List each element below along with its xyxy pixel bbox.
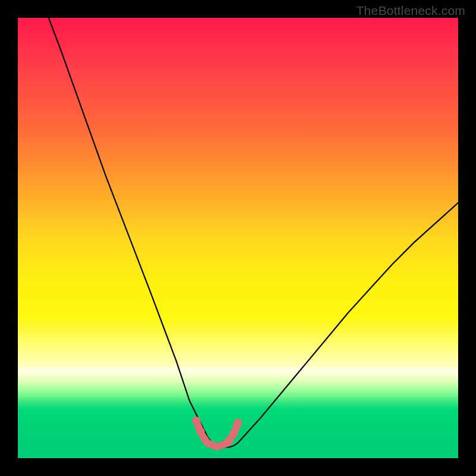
watermark-text: TheBottleneck.com [356,4,465,18]
bottleneck-curve [49,18,458,447]
marker-dot [196,427,205,436]
chart-plot-area [18,18,458,458]
marker-dots [192,416,242,446]
marker-dot [230,430,238,438]
marker-dot [192,416,201,425]
marker-dot [224,438,232,446]
marker-dot [234,419,242,427]
bottleneck-curve-svg [18,18,458,458]
